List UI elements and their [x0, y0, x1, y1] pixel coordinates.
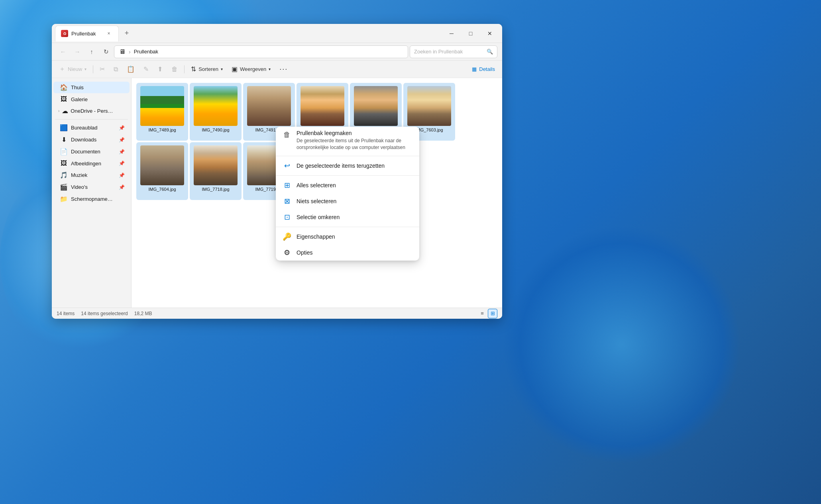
sidebar-item-galerie[interactable]: 🖼 Galerie	[53, 94, 130, 105]
tab-close-button[interactable]: ×	[105, 29, 113, 37]
details-icon: ▦	[472, 66, 477, 72]
paste-button[interactable]: 📋	[123, 63, 139, 76]
options-icon: ⚙	[282, 248, 292, 257]
sidebar-item-schermopnamen[interactable]: 📁 Schermopname…	[53, 193, 130, 205]
file-name-img7490: IMG_7490.jpg	[202, 127, 229, 132]
file-item-img7490[interactable]: IMG_7490.jpg	[190, 83, 242, 141]
pin-icon-bureaublad: 📌	[119, 125, 125, 131]
file-name-img7604: IMG_7604.jpg	[148, 187, 176, 192]
images-icon: 🖼	[60, 160, 68, 167]
file-name-img7489: IMG_7489.jpg	[148, 127, 176, 132]
new-button[interactable]: ＋ Nieuw ▾	[55, 63, 90, 76]
cm-invert-item[interactable]: ⊡ Selectie omkeren	[276, 209, 419, 225]
documents-icon: 📄	[60, 148, 68, 155]
back-button[interactable]: ←	[57, 45, 69, 58]
status-bar: 14 items 14 items geselecteerd 18,2 MB ≡…	[52, 308, 502, 319]
details-button[interactable]: ▦ Details	[468, 63, 499, 76]
cm-options-item[interactable]: ⚙ Opties	[276, 245, 419, 261]
cm-empty-trash-item[interactable]: 🗑 Prullenbak leegmaken De geselecteerde …	[276, 127, 419, 154]
view-label: Weergeven	[240, 66, 266, 72]
navigation-bar: ← → ↑ ↻ 🖥 › Prullenbak Zoeken in Prullen…	[52, 43, 502, 61]
cm-restore-item[interactable]: ↩ De geselecteerde items terugzetten	[276, 158, 419, 174]
cm-select-none-label: Niets selecteren	[297, 198, 413, 204]
gallery-icon: 🖼	[60, 96, 68, 103]
sidebar-item-afbeeldingen[interactable]: 🖼 Afbeeldingen 📌	[53, 158, 130, 169]
cm-options-label: Opties	[297, 249, 413, 256]
refresh-icon: ↻	[104, 48, 109, 55]
sidebar-item-muziek[interactable]: 🎵 Muziek 📌	[53, 169, 130, 181]
new-dropdown-icon: ▾	[84, 67, 86, 71]
sort-dropdown-icon: ▾	[221, 67, 223, 71]
sidebar-item-thuis[interactable]: 🏠 Thuis	[53, 82, 130, 93]
share-icon: ⬆	[157, 65, 163, 73]
tab-label: Prullenbak	[71, 31, 102, 37]
cm-invert-label: Selectie omkeren	[297, 214, 413, 220]
title-bar: ♻ Prullenbak × + ─ □ ✕	[52, 24, 502, 43]
properties-icon: 🔑	[282, 232, 292, 241]
minimize-button[interactable]: ─	[442, 27, 461, 40]
sidebar-label-galerie: Galerie	[71, 96, 125, 102]
cm-properties-label: Eigenschappen	[297, 233, 413, 240]
search-icon: 🔍	[487, 49, 493, 55]
search-bar[interactable]: Zoeken in Prullenbak 🔍	[410, 45, 497, 58]
new-icon: ＋	[59, 65, 65, 73]
refresh-button[interactable]: ↻	[100, 45, 112, 58]
sidebar-label-documenten: Documenten	[71, 149, 116, 155]
sidebar-label-onedrive: OneDrive - Pers…	[71, 108, 126, 114]
file-thumbnail-img7601	[354, 86, 398, 126]
cut-button[interactable]: ✂	[96, 63, 109, 76]
sidebar-item-documenten[interactable]: 📄 Documenten 📌	[53, 146, 130, 157]
grid-view-button[interactable]: ⊞	[488, 309, 497, 318]
trash-icon: 🗑	[282, 130, 292, 139]
window-controls: ─ □ ✕	[442, 27, 499, 40]
sidebar-label-muziek: Muziek	[71, 172, 116, 178]
file-name-img7718: IMG_7718.jpg	[202, 187, 229, 192]
file-explorer-window: ♻ Prullenbak × + ─ □ ✕ ← → ↑ ↻ 🖥 › Prull	[52, 24, 502, 319]
details-label: Details	[479, 66, 495, 72]
sidebar-item-bureaublad[interactable]: 🟦 Bureaublad 📌	[53, 122, 130, 133]
sort-icon: ⇅	[191, 65, 196, 73]
folder-icon: 📁	[60, 195, 68, 203]
sidebar-item-videos[interactable]: 🎬 Video's 📌	[53, 181, 130, 193]
pin-icon-afbeeldingen: 📌	[119, 161, 125, 166]
item-count: 14 items	[57, 311, 75, 316]
forward-button[interactable]: →	[71, 45, 84, 58]
more-button[interactable]: ···	[275, 63, 292, 76]
cm-select-none-item[interactable]: ⊠ Niets selecteren	[276, 193, 419, 209]
new-tab-button[interactable]: +	[120, 27, 133, 40]
cm-divider-2	[276, 175, 419, 176]
onedrive-icon: ☁	[61, 107, 69, 115]
cm-empty-trash-title: Prullenbak leegmaken	[297, 130, 413, 136]
toolbar: ＋ Nieuw ▾ ✂ ⧉ 📋 ✎ ⬆ 🗑 ⇅ Sorteren ▾ ▣	[52, 61, 502, 78]
list-view-button[interactable]: ≡	[477, 309, 487, 318]
rename-icon: ✎	[143, 65, 149, 73]
sidebar-item-downloads[interactable]: ⬇ Downloads 📌	[53, 134, 130, 145]
up-button[interactable]: ↑	[85, 45, 98, 58]
cm-properties-item[interactable]: 🔑 Eigenschappen	[276, 229, 419, 245]
address-bar[interactable]: 🖥 › Prullenbak	[114, 45, 408, 58]
view-button[interactable]: ▣ Weergeven ▾	[228, 63, 275, 76]
view-dropdown-icon: ▾	[269, 67, 271, 71]
rename-button[interactable]: ✎	[139, 63, 153, 76]
close-button[interactable]: ✕	[481, 27, 499, 40]
sidebar-divider	[55, 119, 128, 120]
cm-select-all-item[interactable]: ⊞ Alles selecteren	[276, 177, 419, 193]
file-name-img7603: IMG_7603.jpg	[415, 127, 443, 132]
tab-prullenbak[interactable]: ♻ Prullenbak ×	[55, 25, 119, 41]
pin-icon-downloads: 📌	[119, 137, 125, 143]
file-item-img7604[interactable]: IMG_7604.jpg	[136, 142, 188, 200]
cm-divider-1	[276, 156, 419, 156]
file-thumbnail-img7490	[194, 86, 238, 126]
sort-button[interactable]: ⇅ Sorteren ▾	[187, 63, 227, 76]
share-button[interactable]: ⬆	[153, 63, 167, 76]
file-item-img7489[interactable]: IMG_7489.jpg	[136, 83, 188, 141]
copy-button[interactable]: ⧉	[110, 63, 122, 76]
delete-button[interactable]: 🗑	[167, 63, 182, 76]
file-item-img7718[interactable]: IMG_7718.jpg	[190, 142, 242, 200]
sidebar-item-onedrive[interactable]: › ☁ OneDrive - Pers…	[53, 105, 130, 117]
home-icon: 🏠	[60, 84, 68, 91]
maximize-button[interactable]: □	[462, 27, 480, 40]
cut-icon: ✂	[100, 65, 105, 73]
view-icon: ▣	[232, 65, 238, 73]
forward-icon: →	[75, 48, 81, 55]
